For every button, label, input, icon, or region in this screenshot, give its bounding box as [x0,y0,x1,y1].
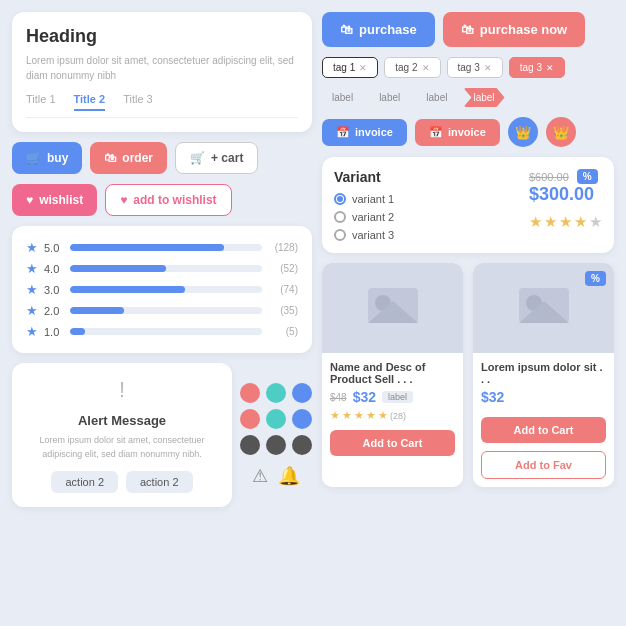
rating-count-5: (128) [268,242,298,253]
avatar-coral[interactable]: 👑 [546,117,576,147]
dot-red-2 [240,409,260,429]
rating-value-4: 4.0 [44,263,64,275]
heading-card: Heading Lorem ipsum dolor sit amet, cons… [12,12,312,132]
rating-bar-bg-3 [70,286,262,293]
labels-row: label label label label [322,88,614,107]
invoice-row: 📅 invoice 📅 invoice 👑 👑 [322,117,614,147]
heading-title: Heading [26,26,298,47]
radio-unselected-2[interactable] [334,211,346,223]
wishlist-btn-row: ♥ wishlist ♥ add to wishlist [12,184,312,216]
radio-selected[interactable] [334,193,346,205]
product-info-1: Name and Desc of Product Sell . . . $48 … [322,353,463,430]
star-5: ★ [589,213,602,231]
alert-text: Lorem ipsum dolor sit amet, consectetuer… [26,434,218,461]
heading-subtitle: Lorem ipsum dolor sit amet, consectetuer… [26,53,298,83]
star-icon: ★ [26,282,38,297]
dot-dark-3 [292,435,312,455]
product-old-price-1: $48 [330,392,347,403]
percent-badge: % [585,271,606,286]
product-stars-1: ★ ★ ★ ★ ★ (28) [330,409,455,422]
invoice-btn-1[interactable]: 📅 invoice [322,119,407,146]
dot-teal-2 [266,409,286,429]
add-to-cart-button-2[interactable]: Add to Cart [481,417,606,443]
variant-star-row: ★ ★ ★ ★ ★ [529,213,602,231]
tab-title2[interactable]: Title 2 [74,93,106,111]
dot-blue-2 [292,409,312,429]
heart-icon: ♥ [26,193,33,207]
label-4: label [463,88,504,107]
alert-action1-button[interactable]: action 2 [51,471,118,493]
tag-close-2[interactable]: ✕ [422,63,430,73]
discount-badge: % [577,169,598,184]
variant-title: Variant [334,169,394,185]
primary-btn-row: 🛒 buy 🛍 order 🛒 + cart [12,142,312,174]
invoice-btn-2[interactable]: 📅 invoice [415,119,500,146]
rating-bar-fill-5 [70,244,224,251]
tab-title1[interactable]: Title 1 [26,93,56,111]
rating-bar-fill-3 [70,286,185,293]
alert-icon: ! [119,377,125,403]
tag-close-1[interactable]: ✕ [359,63,367,73]
ratings-card: ★ 5.0 (128) ★ 4.0 (52) ★ [12,226,312,353]
variant-option-2[interactable]: variant 2 [334,211,394,223]
dot-teal-1 [266,383,286,403]
variant-option-3[interactable]: variant 3 [334,229,394,241]
tag-close-4[interactable]: ✕ [546,63,554,73]
star-icon: ★ [26,261,38,276]
bag-icon: 🛍 [340,22,353,37]
add-to-wishlist-button[interactable]: ♥ add to wishlist [105,184,231,216]
tab-title3[interactable]: Title 3 [123,93,153,111]
alert-action2-button[interactable]: action 2 [126,471,193,493]
calendar-pink-icon: 📅 [429,126,443,139]
tag-2[interactable]: tag 2 ✕ [384,57,440,78]
rating-value-1: 1.0 [44,326,64,338]
variant-price-new: $300.00 [529,184,594,205]
alert-icon-wrap: ! [119,377,125,407]
wishlist-button[interactable]: ♥ wishlist [12,184,97,216]
avatar-blue[interactable]: 👑 [508,117,538,147]
star-icon: ★ [26,240,38,255]
rating-section: ★ 5.0 (128) ★ 4.0 (52) ★ [26,240,298,339]
buy-button[interactable]: 🛒 buy [12,142,82,174]
rating-row-3: ★ 3.0 (74) [26,282,298,297]
rating-count-3: (74) [268,284,298,295]
rating-row-2: ★ 2.0 (35) [26,303,298,318]
star-icon: ★ [26,324,38,339]
tag-3[interactable]: tag 3 ✕ [447,57,503,78]
exclamation-icon: ⚠ [252,465,268,487]
purchase-now-button[interactable]: 🛍 purchase now [443,12,585,47]
add-to-cart-button-1[interactable]: Add to Cart [330,430,455,456]
dot-dark-1 [240,435,260,455]
product-prices-1: $48 $32 label [330,389,455,405]
radio-unselected-3[interactable] [334,229,346,241]
product-info-2: Lorem ipsum dolor sit . . . $32 [473,353,614,417]
purchase-button[interactable]: 🛍 purchase [322,12,435,47]
tag-close-3[interactable]: ✕ [484,63,492,73]
product-name-1: Name and Desc of Product Sell . . . [330,361,455,385]
rating-bar-bg-4 [70,265,262,272]
calendar-icon: 📅 [336,126,350,139]
variant-price-old: $600.00 [529,171,569,183]
bag-now-icon: 🛍 [461,22,474,37]
cart-outline-icon: 🛒 [190,151,205,165]
product-image-1 [322,263,463,353]
label-1: label [322,88,363,107]
variant-body: Variant variant 1 variant 2 variant 3 [334,169,602,241]
star-1: ★ [529,213,542,231]
order-icon: 🛍 [104,151,116,165]
tabs: Title 1 Title 2 Title 3 [26,93,298,118]
rating-row-1: ★ 1.0 (5) [26,324,298,339]
star-3: ★ [559,213,572,231]
cart-button[interactable]: 🛒 + cart [175,142,258,174]
tag-4[interactable]: tag 3 ✕ [509,57,565,78]
star-icon: ★ [26,303,38,318]
variant-option-1[interactable]: variant 1 [334,193,394,205]
tags-row: tag 1 ✕ tag 2 ✕ tag 3 ✕ tag 3 ✕ [322,57,614,78]
order-button[interactable]: 🛍 order [90,142,167,174]
cart-icon: 🛒 [26,151,41,165]
rating-bar-bg-2 [70,307,262,314]
variant-options: variant 1 variant 2 variant 3 [334,193,394,241]
bell-icon: 🔔 [278,465,300,487]
tag-1[interactable]: tag 1 ✕ [322,57,378,78]
add-to-fav-button-2[interactable]: Add to Fav [481,451,606,479]
